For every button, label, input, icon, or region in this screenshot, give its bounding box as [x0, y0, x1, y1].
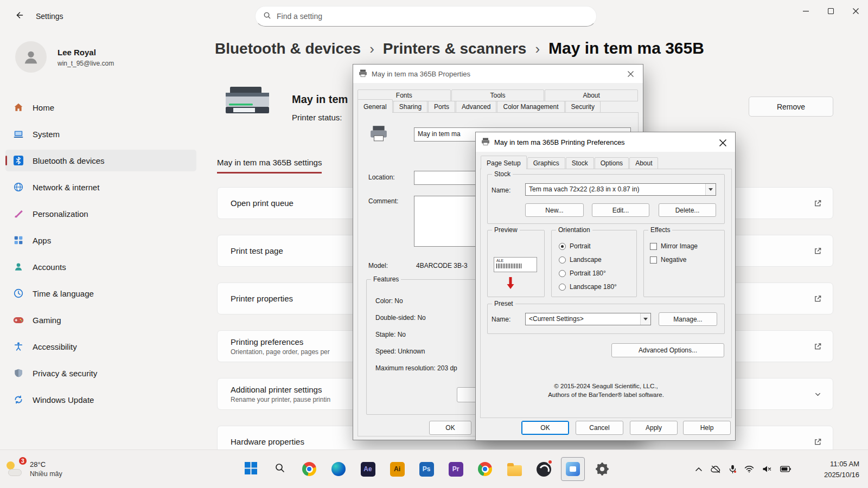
- radio-icon[interactable]: [559, 284, 566, 291]
- dropdown-arrow-icon[interactable]: [705, 184, 716, 195]
- settings-app[interactable]: [590, 457, 614, 481]
- taskbar-clock[interactable]: 11:05 AM 2025/10/16: [824, 459, 859, 480]
- help-button[interactable]: Help: [683, 421, 731, 435]
- radio-label: Landscape 180°: [570, 283, 617, 291]
- checkbox-negative[interactable]: Negative: [650, 256, 698, 264]
- breadcrumb-printers-scanners[interactable]: Printers & scanners: [383, 40, 527, 57]
- manage-button[interactable]: Manage...: [659, 312, 717, 326]
- illustrator-app[interactable]: Ai: [385, 457, 409, 481]
- file-explorer-app[interactable]: [502, 457, 526, 481]
- model-label: Model:: [368, 262, 388, 269]
- tab-color-management[interactable]: Color Management: [497, 101, 564, 113]
- preset-dropdown[interactable]: <Current Settings>: [525, 313, 651, 325]
- apply-button[interactable]: Apply: [630, 421, 678, 435]
- start-button[interactable]: [239, 457, 263, 481]
- back-arrow-icon: [14, 10, 24, 22]
- radio-icon[interactable]: [559, 256, 566, 264]
- minimize-button[interactable]: [793, 0, 818, 22]
- checkbox-icon[interactable]: [650, 256, 657, 264]
- time-language-icon: [13, 288, 24, 299]
- search-input[interactable]: [277, 12, 589, 21]
- cancel-button[interactable]: Cancel: [576, 421, 623, 435]
- illustrator-icon: Ai: [390, 462, 405, 477]
- cloud-offline-icon[interactable]: [711, 465, 721, 473]
- sidebar-item-personalization[interactable]: Personalization: [5, 203, 196, 224]
- chevron-down-icon[interactable]: [814, 390, 822, 398]
- sidebar-item-time-language[interactable]: Time & language: [5, 282, 196, 304]
- sidebar-item-home[interactable]: Home: [5, 97, 196, 118]
- premiere-app[interactable]: Pr: [444, 457, 468, 481]
- sidebar-item-label: Accounts: [33, 262, 66, 272]
- chrome-profile-app[interactable]: [297, 457, 321, 481]
- tab-about[interactable]: About: [629, 157, 658, 169]
- stock-name-dropdown[interactable]: Tem ma vach 72x22 (2.83 in x 0.87 in): [525, 183, 716, 196]
- radio-icon[interactable]: [559, 243, 566, 250]
- ok-button[interactable]: OK: [429, 421, 471, 435]
- delete-button[interactable]: Delete...: [659, 203, 716, 217]
- advanced-options-button[interactable]: Advanced Options...: [611, 343, 724, 357]
- radio-icon[interactable]: [559, 270, 566, 277]
- sidebar-item-network-internet[interactable]: Network & internet: [5, 176, 196, 198]
- comment-label: Comment:: [368, 197, 398, 205]
- dropdown-arrow-icon[interactable]: [640, 313, 650, 325]
- photos-app-active[interactable]: [561, 457, 585, 481]
- tab-advanced[interactable]: Advanced: [456, 101, 496, 113]
- close-icon[interactable]: [713, 136, 732, 150]
- sidebar-item-bluetooth-devices[interactable]: Bluetooth & devices: [5, 150, 196, 171]
- dialog-titlebar[interactable]: May in tem ma 365B Properties: [353, 65, 643, 83]
- radio-portrait[interactable]: Portrait: [559, 242, 617, 250]
- sidebar-item-accessibility[interactable]: Accessibility: [5, 336, 196, 357]
- weather-widget[interactable]: 3 28°C Nhiều mây: [5, 460, 62, 478]
- notification-badge: 3: [18, 456, 28, 466]
- close-button[interactable]: [843, 0, 868, 22]
- sidebar-item-apps[interactable]: Apps: [5, 229, 196, 251]
- tab-general[interactable]: General: [358, 99, 393, 113]
- partially-hidden-button[interactable]: [457, 387, 477, 402]
- privacy-icon: [13, 368, 24, 378]
- photoshop-app[interactable]: Ps: [414, 457, 438, 481]
- checkbox-icon[interactable]: [650, 243, 657, 250]
- checkbox-mirror-image[interactable]: Mirror Image: [650, 242, 698, 250]
- avatar[interactable]: [15, 41, 47, 73]
- sidebar-item-privacy-security[interactable]: Privacy & security: [5, 362, 196, 384]
- chrome-app[interactable]: [473, 457, 497, 481]
- maximize-button[interactable]: [818, 0, 843, 22]
- obs-app[interactable]: [532, 457, 556, 481]
- tab-stock[interactable]: Stock: [566, 157, 594, 169]
- tab-tools[interactable]: Tools: [451, 89, 545, 101]
- radio-landscape-180[interactable]: Landscape 180°: [559, 283, 617, 291]
- external-link-icon: [814, 342, 822, 350]
- tab-page-setup[interactable]: Page Setup: [481, 156, 527, 169]
- hidden-icons-chevron-icon[interactable]: [695, 467, 703, 472]
- new-button[interactable]: New...: [525, 203, 584, 217]
- tab-graphics[interactable]: Graphics: [527, 157, 565, 169]
- tab-sharing[interactable]: Sharing: [393, 101, 427, 113]
- radio-landscape[interactable]: Landscape: [559, 256, 617, 264]
- wifi-icon[interactable]: [744, 465, 754, 473]
- sidebar-item-accounts[interactable]: Accounts: [5, 256, 196, 278]
- edge-app[interactable]: [327, 457, 350, 481]
- feature-color: Color: No: [375, 293, 457, 310]
- tab-ports[interactable]: Ports: [428, 101, 455, 113]
- volume-muted-icon[interactable]: [762, 465, 772, 473]
- search-box[interactable]: [255, 6, 597, 27]
- tab-about[interactable]: About: [545, 89, 638, 101]
- tab-options[interactable]: Options: [595, 157, 629, 169]
- after-effects-app[interactable]: Ae: [356, 457, 380, 481]
- breadcrumb-bluetooth-devices[interactable]: Bluetooth & devices: [215, 40, 361, 57]
- remove-printer-button[interactable]: Remove: [749, 97, 833, 117]
- radio-portrait-180[interactable]: Portrait 180°: [559, 269, 617, 277]
- sidebar-item-windows-update[interactable]: Windows Update: [5, 389, 196, 410]
- close-icon[interactable]: [621, 67, 640, 81]
- battery-icon[interactable]: [780, 466, 791, 472]
- stock-name-value: Tem ma vach 72x22 (2.83 in x 0.87 in): [526, 184, 705, 195]
- tab-security[interactable]: Security: [565, 101, 601, 113]
- edit-button[interactable]: Edit...: [592, 203, 649, 217]
- back-button[interactable]: [10, 8, 28, 24]
- sidebar-item-gaming[interactable]: Gaming: [5, 309, 196, 331]
- ok-button[interactable]: OK: [521, 421, 569, 435]
- taskbar-search-button[interactable]: [268, 457, 292, 481]
- dialog-titlebar[interactable]: May in tem ma 365B Printing Preferences: [476, 132, 735, 152]
- sidebar-item-system[interactable]: System: [5, 123, 196, 145]
- microphone-icon[interactable]: [729, 465, 736, 473]
